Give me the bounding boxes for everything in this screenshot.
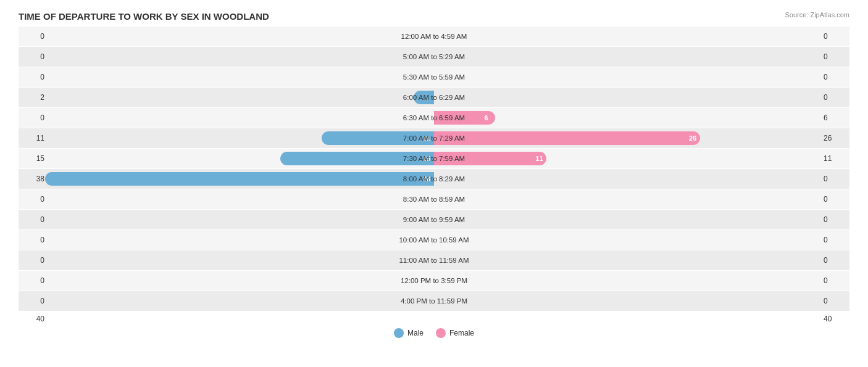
female-value: 6 (820, 113, 849, 122)
male-value: 0 (19, 113, 48, 122)
female-value: 0 (820, 93, 849, 102)
row-label: 10:00 AM to 10:59 AM (399, 236, 469, 244)
legend-female: Female (436, 328, 474, 338)
bars-area: 9:00 AM to 9:59 AM (48, 210, 820, 229)
male-bar (45, 172, 434, 186)
chart-container: TIME OF DEPARTURE TO WORK BY SEX IN WOOD… (0, 0, 868, 367)
male-value: 0 (19, 32, 48, 41)
row-label: 5:30 AM to 5:59 AM (403, 73, 465, 81)
female-value: 11 (820, 154, 849, 163)
female-value: 0 (820, 195, 849, 204)
male-value: 0 (19, 215, 48, 224)
source-label: Source: ZipAtlas.com (785, 11, 849, 19)
male-value: 0 (19, 236, 48, 244)
male-value: 15 (19, 154, 48, 163)
row-label: 6:30 AM to 6:59 AM (403, 114, 465, 122)
female-value: 0 (820, 73, 849, 81)
chart-row: 06:30 AM to 6:59 AM66 (19, 108, 849, 128)
chart-row: 011:00 AM to 11:59 AM0 (19, 250, 849, 270)
chart-title: TIME OF DEPARTURE TO WORK BY SEX IN WOOD… (19, 11, 849, 22)
bars-area: 5:30 AM to 5:59 AM (48, 67, 820, 87)
row-label: 8:30 AM to 8:59 AM (403, 196, 465, 203)
chart-row: 04:00 PM to 11:59 PM0 (19, 291, 849, 311)
row-label: 4:00 PM to 11:59 PM (401, 297, 467, 305)
male-value: 38 (19, 175, 48, 183)
chart-row: 05:30 AM to 5:59 AM0 (19, 67, 849, 87)
legend-male: Male (394, 328, 424, 338)
legend-male-box (394, 328, 404, 338)
bars-area: 8:30 AM to 8:59 AM (48, 189, 820, 209)
female-value: 0 (820, 276, 849, 285)
legend-male-label: Male (407, 329, 424, 337)
bars-area: 6:30 AM to 6:59 AM6 (48, 108, 820, 128)
female-bar-value: 6 (484, 114, 488, 122)
chart-row: 09:00 AM to 9:59 AM0 (19, 210, 849, 229)
female-value: 0 (820, 236, 849, 244)
row-label: 9:00 AM to 9:59 AM (403, 216, 465, 223)
male-value: 0 (19, 195, 48, 204)
female-value: 0 (820, 297, 849, 305)
legend: Male Female (19, 328, 849, 338)
chart-row: 012:00 AM to 4:59 AM0 (19, 27, 849, 46)
chart-row: 08:30 AM to 8:59 AM0 (19, 189, 849, 209)
female-value: 0 (820, 256, 849, 265)
female-value: 0 (820, 215, 849, 224)
bars-area: 6:00 AM to 6:29 AM (48, 88, 820, 107)
legend-female-box (436, 328, 446, 338)
male-value: 0 (19, 276, 48, 285)
row-label: 7:00 AM to 7:29 AM (403, 134, 465, 142)
female-value: 0 (820, 175, 849, 183)
bars-area: 5:00 AM to 5:29 AM (48, 47, 820, 67)
chart-row: 26:00 AM to 6:29 AM0 (19, 88, 849, 107)
bars-area: 12:00 PM to 3:59 PM (48, 271, 820, 291)
female-bar (434, 131, 700, 145)
axis-row: 40 40 (19, 315, 849, 323)
bars-area: 4:00 PM to 11:59 PM (48, 291, 820, 311)
axis-left-label: 40 (19, 315, 48, 323)
female-bar-value: 26 (689, 134, 696, 142)
male-value: 0 (19, 256, 48, 265)
male-value: 0 (19, 52, 48, 61)
male-value: 0 (19, 297, 48, 305)
bars-area: 7:30 AM to 7:59 AM1511 (48, 149, 820, 168)
chart-row: 05:00 AM to 5:29 AM0 (19, 47, 849, 67)
female-value: 0 (820, 52, 849, 61)
chart-row: 157:30 AM to 7:59 AM151111 (19, 149, 849, 168)
chart-row: 388:00 AM to 8:29 AM380 (19, 169, 849, 189)
chart-row: 010:00 AM to 10:59 AM0 (19, 230, 849, 250)
legend-female-label: Female (449, 329, 474, 337)
chart-row: 012:00 PM to 3:59 PM0 (19, 271, 849, 291)
row-label: 12:00 AM to 4:59 AM (401, 33, 467, 40)
row-label: 5:00 AM to 5:29 AM (403, 53, 465, 60)
row-label: 8:00 AM to 8:29 AM (403, 175, 465, 183)
male-value: 2 (19, 93, 48, 102)
male-value: 11 (19, 134, 48, 142)
chart-area: 012:00 AM to 4:59 AM005:00 AM to 5:29 AM… (19, 27, 849, 311)
bars-area: 11:00 AM to 11:59 AM (48, 250, 820, 270)
female-bar-value: 11 (535, 155, 543, 162)
female-value: 0 (820, 32, 849, 41)
row-label: 6:00 AM to 6:29 AM (403, 94, 465, 101)
bars-area: 12:00 AM to 4:59 AM (48, 27, 820, 46)
row-label: 7:30 AM to 7:59 AM (403, 155, 465, 162)
row-label: 11:00 AM to 11:59 AM (399, 257, 469, 264)
bars-area: 10:00 AM to 10:59 AM (48, 230, 820, 250)
female-value: 26 (820, 134, 849, 142)
chart-row: 117:00 AM to 7:29 AM112626 (19, 128, 849, 148)
male-value: 0 (19, 73, 48, 81)
bars-area: 7:00 AM to 7:29 AM1126 (48, 128, 820, 148)
row-label: 12:00 PM to 3:59 PM (401, 277, 467, 284)
axis-right-label: 40 (820, 315, 849, 323)
bars-area: 8:00 AM to 8:29 AM38 (48, 169, 820, 189)
